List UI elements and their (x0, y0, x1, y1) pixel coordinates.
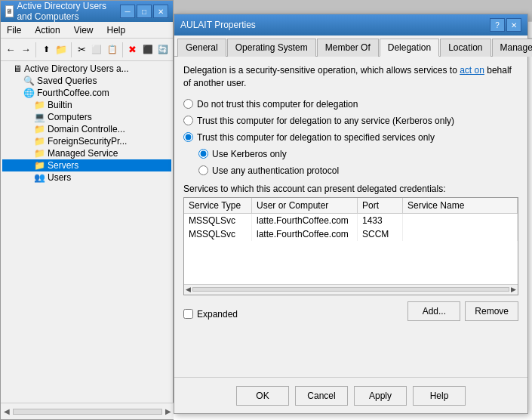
toolbar-sep-3 (122, 42, 123, 57)
tab-managedby[interactable]: Managed By (492, 39, 532, 57)
th-port: Port (358, 198, 403, 213)
hscroll-right-icon[interactable]: ▶ (511, 286, 516, 293)
hscroll-track[interactable] (192, 287, 509, 292)
radio-anyauth-input[interactable] (198, 165, 208, 175)
menu-help[interactable]: Help (104, 23, 129, 37)
expanded-checkbox-row: Expanded (183, 309, 238, 320)
close-button[interactable]: ✕ (153, 5, 168, 18)
table-row[interactable]: MSSQLSvc latte.FourthCoffee.com 1433 (184, 214, 518, 227)
radio-notrust-input[interactable] (183, 99, 193, 109)
maximize-button[interactable]: □ (137, 5, 152, 18)
scroll-left-icon[interactable]: ◀ (4, 407, 10, 415)
tree-label-fourthcoffee: FourthCoffee.com (37, 88, 109, 98)
radio-anyservice-label[interactable]: Trust this computer for delegation to an… (183, 114, 518, 128)
cut-button[interactable]: ✂ (75, 41, 88, 59)
scroll-right-icon[interactable]: ▶ (165, 407, 171, 415)
help-bottom-button[interactable]: Help (413, 386, 466, 406)
refresh-button[interactable]: 🔄 (156, 41, 170, 59)
td-service-type-2: MSSQLSvc (184, 227, 252, 241)
tab-operatingsystem[interactable]: Operating System (227, 39, 316, 57)
tree-icon-saved-queries: 🔍 (23, 76, 35, 86)
tree-item-root[interactable]: 🖥 Active Directory Users a... (2, 63, 171, 75)
remove-button[interactable]: Remove (465, 301, 518, 321)
tree-label-domaincontrollers: Domain Controlle... (48, 124, 125, 134)
add-button[interactable]: Add... (407, 301, 460, 321)
tree-item-foreignsecurity[interactable]: 📁 ForeignSecurityPr... (2, 135, 171, 147)
radio-specifiedonly-input[interactable] (183, 132, 193, 142)
menu-file[interactable]: File (4, 23, 24, 37)
title-bar-controls: ─ □ ✕ (120, 5, 168, 18)
forward-button[interactable]: → (19, 41, 32, 59)
services-table-header: Service Type User or Computer Port Servi… (184, 198, 518, 214)
radio-notrust-label[interactable]: Do not trust this computer for delegatio… (183, 97, 518, 111)
tree-icon-root: 🖥 (13, 63, 22, 74)
paste-button[interactable]: 📋 (106, 41, 119, 59)
tree-label-servers: Servers (48, 160, 78, 171)
tree-label-users: Users (48, 172, 71, 183)
tree-icon-servers: 📁 (34, 160, 45, 171)
menu-bar: File Action View Help (1, 22, 173, 39)
hscroll-left-icon[interactable]: ◀ (186, 286, 191, 293)
up-button[interactable]: ⬆ (39, 41, 53, 59)
back-button[interactable]: ← (4, 41, 17, 59)
radio-anyservice-input[interactable] (183, 116, 193, 125)
tree-item-builtin[interactable]: 📁 Builtin (2, 99, 171, 111)
table-row[interactable]: MSSQLSvc latte.FourthCoffee.com SCCM (184, 227, 518, 241)
radio-anyauth-label[interactable]: Use any authentication protocol (198, 164, 518, 178)
tab-delegation[interactable]: Delegation (380, 39, 439, 57)
radio-anyservice-text: Trust this computer for delegation to an… (197, 116, 454, 126)
td-port-2: SCCM (358, 227, 403, 241)
menu-view[interactable]: View (71, 23, 97, 37)
tree-item-saved-queries[interactable]: 🔍 Saved Queries (2, 75, 171, 87)
td-service-type-1: MSSQLSvc (184, 214, 252, 227)
menu-action[interactable]: Action (32, 23, 63, 37)
apply-button[interactable]: Apply (354, 386, 407, 406)
tree-label-root: Active Directory Users a... (24, 63, 129, 74)
tree-item-users[interactable]: 👥 Users (2, 171, 171, 184)
radio-notrust-text: Do not trust this computer for delegatio… (197, 99, 358, 110)
properties-dialog: AULAIT Properties ? ✕ General Operating … (174, 14, 528, 414)
radio-kerberos-label[interactable]: Use Kerberos only (198, 147, 518, 161)
td-service-name-1 (403, 214, 518, 227)
tree-item-domaincontrollers[interactable]: 📁 Domain Controlle... (2, 123, 171, 135)
dialog-title-bar: AULAIT Properties ? ✕ (174, 14, 527, 36)
delegation-link[interactable]: act on (460, 65, 484, 76)
dialog-title-text: AULAIT Properties (180, 20, 256, 30)
tab-memberof[interactable]: Member Of (317, 39, 379, 57)
scroll-track[interactable] (13, 409, 162, 415)
status-scroll: ◀ ▶ (4, 407, 171, 415)
properties-button[interactable]: ⬛ (141, 41, 155, 59)
services-table-body: MSSQLSvc latte.FourthCoffee.com 1433 MSS… (184, 214, 518, 294)
radio-specifiedonly-label[interactable]: Trust this computer for delegation to sp… (183, 131, 518, 144)
tree-icon-fourthcoffee: 🌐 (23, 88, 35, 98)
delegation-description: Delegation is a security-sensitive opera… (183, 64, 518, 90)
tree-icon-builtin: 📁 (34, 100, 45, 110)
add-remove-buttons: Add... Remove (407, 301, 518, 321)
tree-item-computers[interactable]: 💻 Computers (2, 111, 171, 123)
tree-item-servers[interactable]: 📁 Servers (2, 159, 171, 171)
tree-icon-managedservice: 📁 (34, 148, 45, 159)
folder-button[interactable]: 📁 (54, 41, 68, 59)
ok-button[interactable]: OK (236, 386, 289, 406)
tree-panel: 🖥 Active Directory Users a... 🔍 Saved Qu… (1, 61, 173, 404)
expanded-checkbox[interactable] (183, 309, 193, 319)
dialog-help-button[interactable]: ? (490, 18, 505, 32)
tree-label-managedservice: Managed Service (48, 148, 118, 159)
tab-location[interactable]: Location (440, 39, 490, 57)
main-window-icon: 🖥 (5, 5, 14, 17)
th-service-type: Service Type (184, 198, 252, 213)
cancel-button[interactable]: Cancel (295, 386, 348, 406)
td-service-name-2 (403, 227, 518, 241)
tab-general[interactable]: General (177, 39, 226, 57)
radio-kerberos-text: Use Kerberos only (212, 149, 287, 159)
delete-button[interactable]: ✖ (125, 41, 139, 59)
tree-item-managedservice[interactable]: 📁 Managed Service (2, 147, 171, 159)
radio-kerberos-input[interactable] (198, 149, 208, 159)
copy-button[interactable]: ⬜ (90, 41, 103, 59)
radio-anyservice: Trust this computer for delegation to an… (183, 114, 518, 128)
tree-item-fourthcoffee[interactable]: 🌐 FourthCoffee.com (2, 87, 171, 99)
dialog-close-button[interactable]: ✕ (506, 18, 521, 32)
td-user-computer-2: latte.FourthCoffee.com (252, 227, 358, 241)
minimize-button[interactable]: ─ (120, 5, 135, 18)
status-bar: ◀ ▶ (1, 403, 174, 419)
